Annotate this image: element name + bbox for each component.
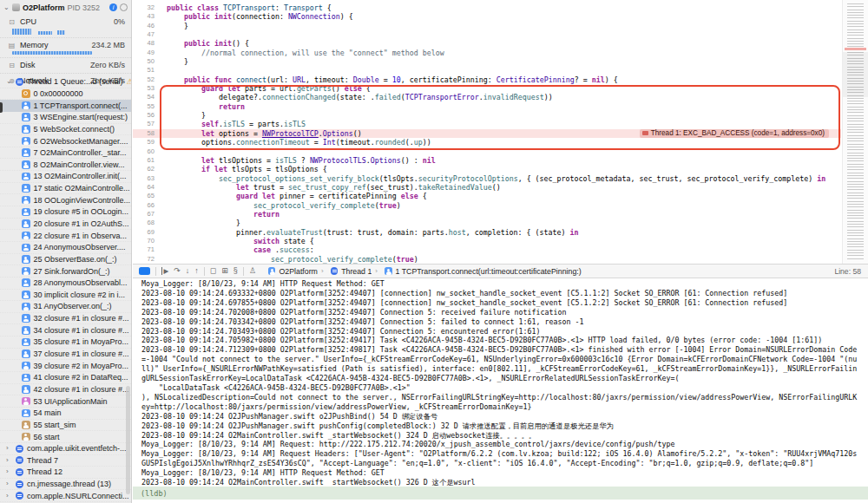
code-line[interactable]: 72 sec_protocol_verify_complete(true) — [133, 255, 841, 264]
line-number-gutter[interactable]: 46 — [133, 22, 159, 30]
stack-frame-item[interactable]: 18 OOLoginViewControlle... — [0, 194, 131, 206]
stack-frame-item[interactable]: 25 ObserverBase.on(_:) — [0, 254, 131, 266]
code-line[interactable]: 64 let trust = sec_trust_copy_ref(sec_tr… — [133, 183, 841, 192]
code-line[interactable]: 63 sec_protocol_options_set_verify_block… — [133, 174, 841, 183]
code-line[interactable]: 62 if let tlsOpts = tlsOptions { — [133, 165, 841, 173]
code-line[interactable]: 47 — [133, 30, 841, 39]
console-line[interactable]: 2023-08-10 09:14:24.702008+0800 O2Platfo… — [141, 308, 861, 317]
stack-frame-item[interactable]: 0 0x00000000 — [0, 88, 131, 101]
line-number-gutter[interactable]: 32 — [133, 3, 159, 12]
environment-overrides-button-icon[interactable]: § — [233, 267, 238, 275]
stack-frame-item[interactable]: 1 TCPTransport.connect(... — [0, 100, 131, 112]
line-number-gutter[interactable]: 67 — [133, 210, 159, 219]
stack-frame-item[interactable]: 28 AnonymousObservabl... — [0, 278, 131, 290]
sidebar-scrollbar[interactable] — [126, 386, 130, 494]
code-line[interactable]: 61 let tlsOptions = isTLS ? NWProtocolTL… — [133, 156, 841, 165]
stack-frame-item[interactable]: 17 static O2MainControlle... — [0, 183, 131, 195]
code-line[interactable]: 54 delegate?.connectionChanged(state: .f… — [133, 93, 841, 101]
console-line[interactable]: Moya_Logger: [8/10/23, 9:14 AM] HTTP Req… — [141, 279, 861, 289]
debug-console[interactable]: Moya_Logger: [8/10/23, 9:14 AM] HTTP Req… — [133, 278, 868, 486]
gauge-cpu[interactable]: ⊡ CPU 0% — [0, 16, 131, 27]
code-line[interactable]: 71 case .success: — [133, 245, 841, 254]
stack-frame-item[interactable]: 19 closure #5 in OOLogin... — [0, 206, 131, 219]
stack-frame-item[interactable]: 27 Sink.forwardOn(_:) — [0, 265, 131, 278]
disclosure-down-icon[interactable]: ⌄ — [3, 4, 10, 11]
line-number-gutter[interactable]: 47 — [133, 30, 159, 39]
code-line[interactable]: 48 public init() { — [133, 39, 841, 48]
console-line[interactable]: Moya_Logger: [8/10/23, 9:14 AM] Request … — [141, 449, 861, 468]
thread-item[interactable]: ›Thread 7 — [0, 455, 131, 467]
stack-frame-item[interactable]: 5 WebSocket.connect() — [0, 124, 131, 136]
pause-process-icon[interactable] — [120, 3, 128, 11]
stack-frame-item[interactable]: 8 O2MainController.view... — [0, 159, 131, 171]
line-number-gutter[interactable]: 72 — [133, 255, 159, 264]
memory-graph-button-icon[interactable]: ⊞ — [221, 267, 228, 275]
line-number-gutter[interactable]: 49 — [133, 49, 159, 57]
code-line[interactable]: 49 //normal connection, will use the "co… — [133, 49, 841, 57]
step-out-button-icon[interactable]: ↑ — [194, 267, 199, 275]
console-line[interactable]: ), NSLocalizedDescription=Could not conn… — [141, 393, 861, 412]
gauge-disk[interactable]: ⊟ Disk Zero KB/s — [0, 57, 131, 70]
disclosure-right-icon[interactable]: › — [6, 468, 12, 475]
code-line[interactable]: 55 return — [133, 102, 841, 111]
console-line[interactable]: 2023-08-10 09:14:24.705982+0800 O2Platfo… — [141, 336, 861, 345]
console-line[interactable]: 2023-08-10 09:14:24.703493+0800 O2Platfo… — [141, 327, 861, 336]
line-number-gutter[interactable]: 63 — [133, 174, 159, 183]
minimap[interactable] — [842, 0, 868, 264]
console-line[interactable]: 2023-08-10 09:14:24 O2MainController.swi… — [141, 431, 861, 441]
thread-item[interactable]: ⌄Thread 1 Queue:...d (serial)⚠ — [0, 76, 131, 88]
code-line[interactable]: 66 sec_protocol_verify_complete(true) — [133, 201, 841, 210]
stack-frame-item[interactable]: 20 closure #1 in O2AuthS... — [0, 219, 131, 231]
line-number-gutter[interactable]: 48 — [133, 39, 159, 48]
breadcrumb-item[interactable]: Thread 1 — [331, 267, 372, 276]
line-number-gutter[interactable]: 58 — [133, 129, 159, 138]
disclosure-right-icon[interactable]: › — [6, 493, 12, 500]
stack-frame-item[interactable]: 42 closure #1 in closure #... — [0, 384, 131, 396]
thread-item[interactable]: ›Thread 12 — [0, 467, 131, 479]
console-line[interactable]: "LocalDataTask <C4226ACA-945B-4324-BEC5-… — [141, 383, 861, 393]
line-number-gutter[interactable]: 65 — [133, 192, 159, 200]
line-number-gutter[interactable]: 59 — [133, 138, 159, 147]
stack-frame-item[interactable]: 35 closure #1 in MoyaPro... — [0, 336, 131, 349]
step-over-button-icon[interactable]: ↷ — [174, 267, 181, 275]
line-number-gutter[interactable]: 68 — [133, 219, 159, 227]
code-line[interactable]: 52 public func connect(url: URL, timeout… — [133, 75, 841, 84]
continue-button-icon[interactable]: ▶ — [161, 267, 168, 275]
console-line[interactable]: 2023-08-10 09:14:24.693332+0800 O2Platfo… — [141, 289, 861, 298]
stack-frame-item[interactable]: 3 WSEngine.start(request:) — [0, 112, 131, 124]
line-number-gutter[interactable]: 57 — [133, 120, 159, 128]
code-line[interactable]: 32public class TCPTransport: Transport { — [133, 3, 841, 12]
line-number-gutter[interactable]: 61 — [133, 156, 159, 165]
code-line[interactable]: 70 switch state { — [133, 237, 841, 245]
stack-frame-item[interactable]: 41 closure #2 in DataReq... — [0, 372, 131, 384]
stack-frame-item[interactable]: 37 closure #1 in closure #... — [0, 349, 131, 361]
line-number-gutter[interactable]: 54 — [133, 93, 159, 101]
line-number-gutter[interactable]: 52 — [133, 75, 159, 84]
code-line[interactable]: 50 } — [133, 57, 841, 66]
line-number-gutter[interactable]: 51 — [133, 66, 159, 75]
stack-frame-item[interactable]: 32 closure #1 in closure #... — [0, 313, 131, 325]
stack-frame-item[interactable]: 6 O2WebsocketManager.... — [0, 135, 131, 147]
thread-item[interactable]: ›com.apple.uikit.eventfetch-... — [0, 443, 131, 455]
stack-frame-item[interactable]: 56 start — [0, 431, 131, 443]
lldb-prompt[interactable]: (lldb) — [133, 487, 868, 500]
simulate-location-button-icon[interactable]: ♙ — [249, 267, 256, 275]
stack-frame-item[interactable]: 13 O2MainController.init(... — [0, 171, 131, 183]
stack-frame-item[interactable]: 31 AnyObserver.on(_:) — [0, 301, 131, 313]
console-line[interactable]: 2023-08-10 09:14:24 O2JPushManager.swift… — [141, 421, 861, 431]
line-number-gutter[interactable]: 53 — [133, 84, 159, 93]
console-line[interactable]: 2023-08-10 09:14:24.697855+0800 O2Platfo… — [141, 298, 861, 308]
console-line[interactable]: 2023-08-10 09:14:24 O2JPushManager.swift… — [141, 412, 861, 421]
code-line[interactable]: 57 self.isTLS = parts.isTLS — [133, 120, 841, 128]
line-number-gutter[interactable]: 66 — [133, 201, 159, 210]
code-line[interactable]: 69 pinner.evaluateTrust(trust: trust, do… — [133, 228, 841, 237]
gauge-memory[interactable]: ▤ Memory 234.2 MB — [0, 37, 131, 50]
stack-frame-item[interactable]: 55 start_sim — [0, 420, 131, 432]
stack-frame-item[interactable]: 30 implicit closure #2 in i... — [0, 290, 131, 302]
minimap-viewport[interactable] — [843, 52, 868, 97]
line-number-gutter[interactable]: 69 — [133, 228, 159, 237]
code-line[interactable]: 46 } — [133, 22, 841, 30]
stack-frame-item[interactable]: 54 main — [0, 408, 131, 420]
line-number-gutter[interactable]: 50 — [133, 57, 159, 66]
stack-frame-item[interactable]: 7 O2MainController._star... — [0, 147, 131, 160]
